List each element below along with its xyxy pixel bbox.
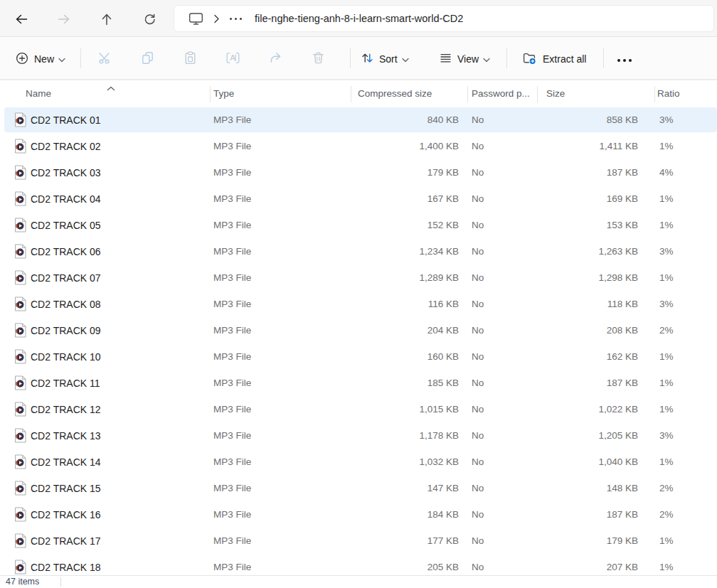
forward-button[interactable] [53, 8, 75, 31]
column-divider[interactable] [467, 86, 468, 102]
file-password-protected: No [467, 193, 537, 204]
file-compressed-size: 184 KB [351, 509, 467, 520]
table-row[interactable]: CD2 TRACK 06 MP3 File 1,234 KB No 1,263 … [0, 238, 717, 264]
file-type: MP3 File [210, 141, 351, 151]
table-row[interactable]: CD2 TRACK 14 MP3 File 1,032 KB No 1,040 … [0, 449, 717, 475]
file-size: 207 KB [537, 562, 654, 572]
mp3-file-icon [14, 139, 26, 154]
new-button[interactable]: New [7, 46, 74, 72]
file-ratio: 1% [654, 141, 717, 151]
column-header-name[interactable]: Name [0, 88, 210, 99]
back-button[interactable] [10, 8, 33, 31]
file-password-protected: No [467, 351, 537, 362]
mp3-file-icon [14, 428, 26, 443]
file-type: MP3 File [210, 114, 351, 125]
column-header-size[interactable]: Size [537, 88, 654, 99]
table-row[interactable]: CD2 TRACK 09 MP3 File 204 KB No 208 KB 2… [0, 317, 717, 343]
table-row[interactable]: CD2 TRACK 18 MP3 File 205 KB No 207 KB 1… [0, 554, 717, 575]
column-header-compressed-size[interactable]: Compressed size [351, 88, 467, 99]
copy-button[interactable] [133, 46, 161, 72]
file-type: MP3 File [210, 562, 351, 572]
file-password-protected: No [467, 220, 537, 230]
file-password-protected: No [467, 535, 537, 546]
refresh-icon [144, 14, 156, 26]
file-ratio: 1% [654, 193, 717, 204]
toolbar-separator [506, 48, 507, 68]
table-row[interactable]: CD2 TRACK 01 MP3 File 840 KB No 858 KB 3… [0, 107, 717, 133]
table-row[interactable]: CD2 TRACK 05 MP3 File 152 KB No 153 KB 1… [0, 212, 717, 238]
file-size: 1,263 KB [537, 246, 654, 257]
file-password-protected: No [467, 141, 537, 151]
up-button[interactable] [95, 8, 118, 31]
column-divider[interactable] [210, 86, 211, 102]
mp3-file-icon [14, 375, 26, 390]
file-name: CD2 TRACK 15 [31, 483, 101, 494]
file-password-protected: No [467, 509, 537, 520]
file-name: CD2 TRACK 11 [31, 378, 100, 389]
table-row[interactable]: CD2 TRACK 12 MP3 File 1,015 KB No 1,022 … [0, 396, 717, 422]
file-compressed-size: 204 KB [351, 325, 467, 336]
see-more-button[interactable] [610, 46, 639, 72]
forward-arrow-icon [58, 14, 70, 25]
file-ratio: 1% [654, 378, 717, 388]
column-divider[interactable] [351, 86, 351, 102]
table-row[interactable]: CD2 TRACK 17 MP3 File 177 KB No 179 KB 1… [0, 528, 717, 554]
table-row[interactable]: CD2 TRACK 15 MP3 File 147 KB No 148 KB 2… [0, 475, 717, 501]
file-name: CD2 TRACK 07 [31, 272, 101, 284]
table-row[interactable]: CD2 TRACK 11 MP3 File 185 KB No 187 KB 1… [0, 370, 717, 396]
file-ratio: 2% [654, 509, 717, 520]
sort-button-label: Sort [379, 53, 398, 65]
column-header-type[interactable]: Type [210, 88, 351, 99]
back-arrow-icon [15, 14, 28, 25]
file-compressed-size: 116 KB [351, 299, 467, 309]
column-divider[interactable] [537, 86, 538, 102]
address-ellipsis-icon[interactable] [230, 18, 242, 20]
file-size: 162 KB [537, 351, 654, 362]
chevron-down-icon [402, 53, 409, 65]
up-arrow-icon [101, 13, 112, 26]
column-header-password[interactable]: Password p... [467, 88, 537, 99]
rename-button[interactable]: A [218, 46, 247, 72]
table-row[interactable]: CD2 TRACK 16 MP3 File 184 KB No 187 KB 2… [0, 501, 717, 528]
mp3-file-icon [14, 165, 26, 180]
table-row[interactable]: CD2 TRACK 08 MP3 File 116 KB No 118 KB 3… [0, 291, 717, 317]
delete-button[interactable] [304, 46, 332, 72]
file-type: MP3 File [210, 246, 351, 257]
file-size: 187 KB [537, 167, 654, 178]
breadcrumb-folder-name[interactable]: file-nghe-tieng-anh-8-i-learn-smart-worl… [255, 13, 463, 24]
extract-all-button[interactable]: Extract all [515, 46, 594, 72]
chevron-down-icon [58, 53, 65, 65]
file-type: MP3 File [210, 299, 351, 309]
sort-button[interactable]: Sort [354, 46, 416, 72]
table-row[interactable]: CD2 TRACK 03 MP3 File 179 KB No 187 KB 4… [0, 159, 717, 186]
breadcrumb-chevron-icon[interactable] [213, 14, 220, 23]
cut-button[interactable] [90, 46, 119, 72]
table-row[interactable]: CD2 TRACK 02 MP3 File 1,400 KB No 1,411 … [0, 133, 717, 159]
column-divider[interactable] [654, 86, 655, 102]
file-size: 118 KB [537, 299, 654, 309]
mp3-file-icon [14, 191, 26, 206]
file-compressed-size: 177 KB [351, 535, 467, 546]
table-row[interactable]: CD2 TRACK 04 MP3 File 167 KB No 169 KB 1… [0, 186, 717, 212]
table-row[interactable]: CD2 TRACK 13 MP3 File 1,178 KB No 1,205 … [0, 422, 717, 449]
delete-trash-icon [312, 51, 325, 67]
paste-button[interactable] [176, 46, 204, 72]
column-header-ratio[interactable]: Ratio [654, 88, 717, 99]
file-size: 1,298 KB [537, 272, 654, 283]
table-row[interactable]: CD2 TRACK 10 MP3 File 160 KB No 162 KB 1… [0, 343, 717, 370]
file-size: 179 KB [537, 535, 654, 546]
mp3-file-icon [14, 323, 26, 338]
status-bar-divider [60, 577, 61, 587]
file-name: CD2 TRACK 08 [31, 299, 101, 310]
this-pc-monitor-icon[interactable] [188, 12, 203, 25]
refresh-button[interactable] [138, 8, 161, 31]
address-bar[interactable]: file-nghe-tieng-anh-8-i-learn-smart-worl… [174, 5, 714, 32]
cut-scissors-icon [98, 51, 112, 67]
file-password-protected: No [467, 430, 537, 441]
mp3-file-icon [14, 112, 26, 127]
share-button[interactable] [261, 46, 290, 72]
table-row[interactable]: CD2 TRACK 07 MP3 File 1,289 KB No 1,298 … [0, 264, 717, 291]
svg-text:A: A [230, 53, 235, 62]
file-name: CD2 TRACK 03 [31, 167, 101, 178]
view-button[interactable]: View [432, 46, 497, 72]
